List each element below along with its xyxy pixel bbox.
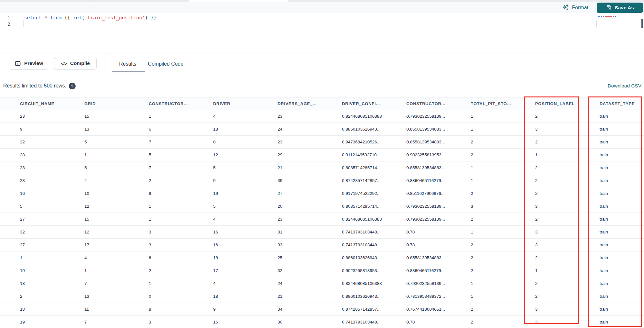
table-cell: 2 <box>468 307 532 312</box>
highlight-box-dataset-type <box>588 96 642 327</box>
table-cell: 1 <box>17 255 81 260</box>
table-cell: 0.7413793103448... <box>339 320 403 324</box>
table-cell: 0.7413793103448... <box>339 242 403 247</box>
tab-strip-divider <box>90 0 90 2</box>
results-limit-notice: Results limited to 500 rows. ? <box>3 75 76 97</box>
column-header: CONSTRUCTOR... <box>403 101 468 106</box>
table-cell: 27 <box>17 242 81 247</box>
table-cell: 0.7930232558139... <box>403 217 468 222</box>
table-cell: 5 <box>210 165 274 170</box>
table-cell: 24 <box>274 281 339 286</box>
compile-button[interactable]: </> Compile <box>54 57 97 70</box>
table-cell: 9 <box>17 127 81 132</box>
table-cell: 23 <box>17 165 81 170</box>
tab-compiled-code[interactable]: Compiled Code <box>142 53 189 75</box>
table-cell: 2 <box>468 242 532 247</box>
code-line-1-text: select * from {{ ref('train_test_positio… <box>18 15 156 20</box>
table-cell: 16 <box>210 320 274 324</box>
column-header: TOTAL_PIT_STO... <box>468 101 532 106</box>
table-cell: 0.7930232558139... <box>403 281 468 286</box>
code-token <box>42 15 44 20</box>
table-cell: 1 <box>81 268 146 273</box>
table-cell: 1 <box>468 178 532 183</box>
code-token: ref <box>73 15 82 20</box>
table-cell: 1 <box>468 294 532 299</box>
help-icon[interactable]: ? <box>69 83 76 89</box>
active-tab-underline <box>112 71 145 72</box>
table-cell: 5 <box>81 165 146 170</box>
sql-editor[interactable]: 1 select * from {{ ref('train_test_posit… <box>0 13 644 53</box>
table-icon <box>15 60 21 67</box>
table-cell: 31 <box>274 230 339 234</box>
table-cell: 0.8035714285714... <box>339 165 403 170</box>
table-cell: 1 <box>146 281 210 286</box>
format-button[interactable]: Format <box>562 4 588 11</box>
table-cell: 0.7813953488372... <box>403 294 468 299</box>
highlight-box-position-label <box>524 96 579 324</box>
table-cell: 0.8742857142857... <box>339 178 403 183</box>
table-cell: 23 <box>274 114 339 119</box>
table-cell: 20 <box>274 204 339 209</box>
column-header: CONSTRUCTOR... <box>146 101 210 106</box>
column-header: GRID <box>81 101 146 106</box>
table-cell: 0.9473684210526... <box>339 140 403 144</box>
table-cell: 21 <box>274 294 339 299</box>
table-cell: 1 <box>468 165 532 170</box>
table-cell: 23 <box>274 140 339 144</box>
table-cell: 0.8742857142857... <box>339 307 403 312</box>
column-header: DRIVER <box>210 101 274 106</box>
table-cell: 4 <box>210 114 274 119</box>
active-file-tab[interactable] <box>189 0 288 2</box>
table-cell: 4 <box>81 178 146 183</box>
table-cell: 18 <box>17 307 81 312</box>
table-cell: 2 <box>468 191 532 196</box>
table-cell: 2 <box>468 152 532 157</box>
preview-button[interactable]: Preview <box>10 57 48 70</box>
line-number-2: 2 <box>0 22 18 27</box>
table-cell: 32 <box>274 268 339 273</box>
table-cell: 13 <box>81 127 146 132</box>
table-cell: 16 <box>17 191 81 196</box>
table-cell: 23 <box>17 178 81 183</box>
tab-results[interactable]: Results <box>113 53 142 75</box>
table-cell: 1 <box>468 230 532 234</box>
table-cell: 19 <box>210 191 274 196</box>
table-cell: 7 <box>81 281 146 286</box>
table-cell: 9 <box>210 178 274 183</box>
table-cell: 1 <box>146 204 210 209</box>
results-bar: Results limited to 500 rows. ? Download … <box>0 75 644 97</box>
save-as-button[interactable]: Save As <box>597 3 643 13</box>
table-cell: 25 <box>274 255 339 260</box>
table-cell: 0.8860103626943... <box>339 127 403 132</box>
format-label: Format <box>572 5 588 11</box>
table-cell: 2 <box>468 140 532 144</box>
editor-scrollbar[interactable] <box>641 19 643 28</box>
table-cell: 22 <box>17 140 81 144</box>
actions-tabs-divider <box>106 53 106 75</box>
table-cell: 5 <box>210 204 274 209</box>
code-token: }} <box>148 15 156 20</box>
table-cell: 15 <box>81 217 146 222</box>
table-cell: 2 <box>146 178 210 183</box>
code-token: ) <box>145 15 148 20</box>
table-cell: 19 <box>17 268 81 273</box>
save-as-label: Save As <box>615 5 634 11</box>
table-cell: 0.78 <box>403 242 468 247</box>
table-cell: 23 <box>17 114 81 119</box>
table-cell: 9 <box>146 191 210 196</box>
actions-bar: Preview </> Compile Results Compiled Cod… <box>0 53 644 75</box>
table-cell: 18 <box>210 294 274 299</box>
table-cell: 24 <box>274 127 339 132</box>
table-cell: 2 <box>468 268 532 273</box>
table-cell: 2 <box>146 268 210 273</box>
editor-minimap[interactable] <box>598 16 616 18</box>
table-cell: 0.7413793103448... <box>339 230 403 234</box>
table-cell: 9 <box>210 307 274 312</box>
table-cell: 1 <box>468 127 532 132</box>
table-cell: 3 <box>146 230 210 234</box>
table-cell: 0.9112149532710... <box>339 152 403 157</box>
table-cell: 2 <box>468 320 532 324</box>
table-cell: 6 <box>146 127 210 132</box>
results-tabs: Results Compiled Code <box>113 53 189 75</box>
download-csv-link[interactable]: Download CSV <box>608 75 641 97</box>
